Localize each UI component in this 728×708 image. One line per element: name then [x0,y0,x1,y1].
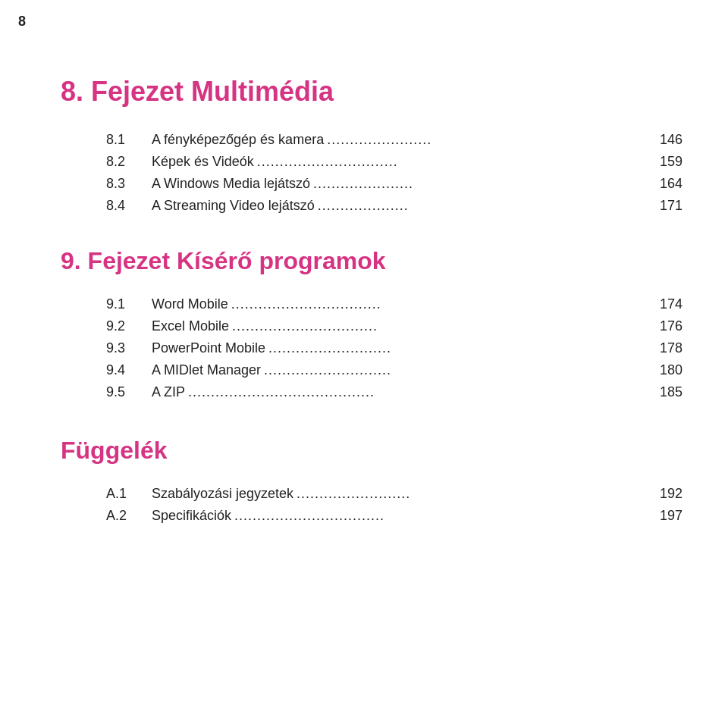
toc-dots-8-4: .................... [315,198,652,214]
toc-number-8-4: 8.4 [106,198,152,214]
toc-dots-9-4: ............................ [261,362,652,378]
toc-dots-9-2: ................................ [229,318,652,334]
toc-number-8-2: 8.2 [106,154,152,170]
toc-number-9-2: 9.2 [106,318,152,334]
toc-entry-9-4: 9.4 A MIDlet Manager ...................… [106,362,682,378]
toc-entry-9-1: 9.1 Word Mobile ........................… [106,296,682,312]
toc-dots-a-2: ................................. [231,508,652,524]
toc-entry-a-2: A.2 Specifikációk ......................… [106,508,682,524]
toc-page-a-1: 192 [652,486,682,502]
appendix-heading: Függelék [61,437,682,465]
toc-title-9-4: A MIDlet Manager [152,362,261,378]
toc-page-8-1: 146 [652,132,682,148]
toc-page-8-4: 171 [652,198,682,214]
toc-number-9-1: 9.1 [106,296,152,312]
toc-title-9-2: Excel Mobile [152,318,229,334]
toc-entry-9-3: 9.3 PowerPoint Mobile ..................… [106,340,682,356]
toc-dots-9-3: ........................... [265,340,652,356]
toc-dots-a-1: ......................... [293,486,652,502]
appendix-toc: A.1 Szabályozási jegyzetek .............… [61,486,682,524]
toc-entry-8-3: 8.3 A Windows Media lejátszó ...........… [106,176,682,192]
toc-number-a-1: A.1 [106,486,152,502]
toc-page-9-2: 176 [652,318,682,334]
toc-title-8-4: A Streaming Video lejátszó [152,198,315,214]
toc-title-8-2: Képek és Videók [152,154,254,170]
chapter8-heading: 8. Fejezet Multimédia [61,76,682,108]
toc-entry-9-5: 9.5 A ZIP ..............................… [106,384,682,400]
toc-number-9-5: 9.5 [106,384,152,400]
toc-number-8-1: 8.1 [106,132,152,148]
toc-entry-9-2: 9.2 Excel Mobile .......................… [106,318,682,334]
chapter9-toc: 9.1 Word Mobile ........................… [61,296,682,400]
toc-page-9-1: 174 [652,296,682,312]
toc-dots-9-5: ........................................… [185,384,652,400]
toc-page-a-2: 197 [652,508,682,524]
toc-title-9-1: Word Mobile [152,296,228,312]
chapter9-heading: 9. Fejezet Kísérő programok [61,247,682,275]
toc-page-8-3: 164 [652,176,682,192]
toc-title-8-3: A Windows Media lejátszó [152,176,310,192]
toc-title-8-1: A fényképezőgép és kamera [152,132,324,148]
toc-dots-8-2: ............................... [254,154,652,170]
toc-number-a-2: A.2 [106,508,152,524]
toc-dots-9-1: ................................. [228,296,652,312]
page-number: 8 [18,14,26,30]
toc-page-9-5: 185 [652,384,682,400]
toc-number-8-3: 8.3 [106,176,152,192]
toc-dots-8-1: ....................... [324,132,652,148]
toc-entry-8-1: 8.1 A fényképezőgép és kamera ..........… [106,132,682,148]
toc-page-9-4: 180 [652,362,682,378]
toc-title-9-5: A ZIP [152,384,185,400]
toc-page-8-2: 159 [652,154,682,170]
toc-number-9-4: 9.4 [106,362,152,378]
toc-entry-8-4: 8.4 A Streaming Video lejátszó .........… [106,198,682,214]
toc-entry-8-2: 8.2 Képek és Videók ....................… [106,154,682,170]
toc-title-9-3: PowerPoint Mobile [152,340,265,356]
toc-title-a-2: Specifikációk [152,508,231,524]
toc-page-9-3: 178 [652,340,682,356]
chapter8-toc: 8.1 A fényképezőgép és kamera ..........… [61,132,682,214]
toc-title-a-1: Szabályozási jegyzetek [152,486,293,502]
toc-dots-8-3: ...................... [310,176,652,192]
toc-number-9-3: 9.3 [106,340,152,356]
toc-entry-a-1: A.1 Szabályozási jegyzetek .............… [106,486,682,502]
